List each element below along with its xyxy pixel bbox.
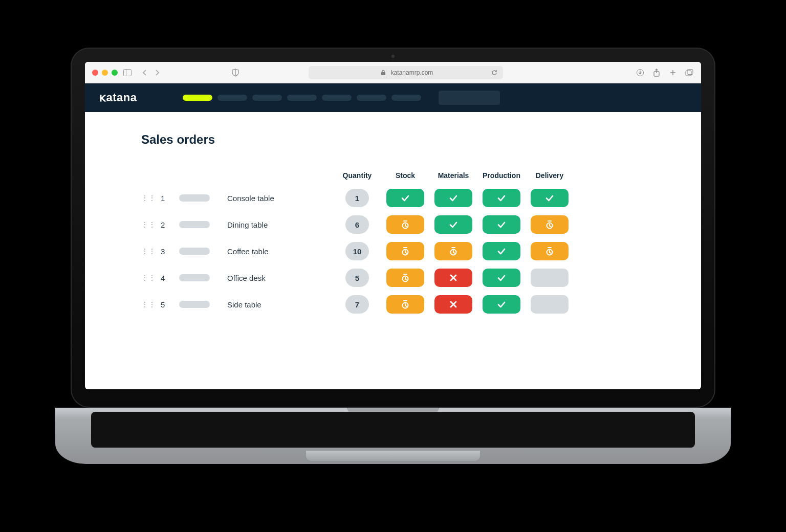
quantity-pill[interactable]: 10: [345, 242, 369, 260]
browser-toolbar: katanamrp.com: [85, 62, 701, 83]
product-name[interactable]: Dining table: [227, 220, 330, 229]
page-content: ➤ Sales orders Quantity Stock Materials …: [85, 112, 701, 389]
row-number: 3: [161, 247, 172, 256]
share-icon[interactable]: [652, 68, 661, 77]
sidebar-toggle-icon[interactable]: [123, 68, 132, 77]
status-orange[interactable]: [386, 215, 424, 234]
product-name[interactable]: Console table: [227, 194, 330, 203]
status-green[interactable]: [483, 242, 520, 260]
drag-handle-icon[interactable]: ⋮⋮: [141, 247, 154, 255]
nav-tab-7[interactable]: [391, 95, 421, 101]
status-empty[interactable]: [531, 269, 569, 287]
status-green[interactable]: [483, 189, 520, 207]
nav-tab-6[interactable]: [357, 95, 386, 101]
window-controls: [92, 70, 118, 76]
row-tag-placeholder: [179, 248, 210, 255]
quantity-pill[interactable]: 7: [345, 295, 369, 314]
status-empty[interactable]: [531, 295, 569, 314]
col-stock: Stock: [385, 171, 426, 189]
status-orange[interactable]: [531, 242, 569, 260]
forward-button[interactable]: [152, 68, 162, 77]
camera: [390, 54, 396, 59]
row-tag-placeholder: [179, 221, 210, 228]
nav-tab-3[interactable]: [252, 95, 282, 101]
svg-rect-6: [687, 69, 693, 74]
screen: katanamrp.com: [85, 62, 701, 389]
quantity-pill[interactable]: 1: [345, 189, 369, 207]
nav-arrows: [140, 68, 162, 77]
row-tag-placeholder: [179, 274, 210, 281]
row-tag-placeholder: [179, 194, 210, 202]
status-green[interactable]: [434, 215, 472, 234]
status-red[interactable]: [434, 269, 472, 287]
maximize-window-button[interactable]: [112, 70, 118, 76]
product-name[interactable]: Side table: [227, 300, 330, 309]
laptop-frame: katanamrp.com: [71, 48, 715, 484]
nav-tab-1[interactable]: [183, 95, 212, 101]
row-number: 4: [161, 274, 172, 282]
svg-rect-0: [124, 69, 132, 76]
col-production: Production: [481, 171, 522, 189]
nav-tab-4[interactable]: [287, 95, 317, 101]
orders-table: Quantity Stock Materials Production Deli…: [141, 171, 645, 322]
new-tab-icon[interactable]: [668, 68, 678, 77]
row-tag-placeholder: [179, 301, 210, 308]
shield-icon[interactable]: [231, 68, 240, 77]
laptop-base: [71, 408, 715, 484]
drag-handle-icon[interactable]: ⋮⋮: [141, 274, 154, 282]
col-quantity: Quantity: [337, 171, 378, 189]
key-area: [91, 412, 695, 448]
tabs-overview-icon[interactable]: [685, 68, 694, 77]
quantity-pill[interactable]: 5: [345, 269, 369, 287]
logo[interactable]: ᴋatana: [99, 91, 137, 104]
drag-handle-icon[interactable]: ⋮⋮: [141, 300, 154, 308]
url-text: katanamrp.com: [391, 69, 433, 76]
nav-action-box[interactable]: [439, 91, 500, 105]
status-orange[interactable]: [386, 269, 424, 287]
page-title: Sales orders: [141, 132, 645, 147]
keyboard: [55, 408, 731, 464]
row-number: 2: [161, 220, 172, 229]
nav-tabs: [183, 95, 421, 101]
status-green[interactable]: [531, 189, 569, 207]
nav-tab-5[interactable]: [322, 95, 352, 101]
trackpad: [306, 451, 480, 461]
status-red[interactable]: [434, 295, 472, 314]
svg-rect-2: [381, 72, 385, 75]
svg-rect-5: [686, 71, 691, 76]
reload-icon[interactable]: [490, 68, 499, 77]
status-orange[interactable]: [386, 295, 424, 314]
status-green[interactable]: [483, 295, 520, 314]
col-materials: Materials: [433, 171, 474, 189]
lock-icon: [379, 68, 388, 77]
browser-right-icons: [636, 68, 694, 77]
status-green[interactable]: [483, 215, 520, 234]
col-delivery: Delivery: [529, 171, 570, 189]
downloads-icon[interactable]: [636, 68, 645, 77]
row-number: 5: [161, 300, 172, 309]
status-green[interactable]: [483, 269, 520, 287]
drag-handle-icon[interactable]: ⋮⋮: [141, 220, 154, 229]
product-name[interactable]: Coffee table: [227, 247, 330, 256]
status-orange[interactable]: [434, 242, 472, 260]
status-green[interactable]: [386, 189, 424, 207]
nav-tab-2[interactable]: [217, 95, 247, 101]
cursor-icon: ➤: [85, 160, 88, 173]
drag-handle-icon[interactable]: ⋮⋮: [141, 194, 154, 202]
status-orange[interactable]: [386, 242, 424, 260]
back-button[interactable]: [140, 68, 149, 77]
laptop-lid: katanamrp.com: [71, 48, 715, 408]
status-orange[interactable]: [531, 215, 569, 234]
row-number: 1: [161, 194, 172, 203]
product-name[interactable]: Office desk: [227, 274, 330, 282]
close-window-button[interactable]: [92, 70, 98, 76]
status-green[interactable]: [434, 189, 472, 207]
quantity-pill[interactable]: 6: [345, 215, 369, 234]
address-bar[interactable]: katanamrp.com: [309, 66, 503, 79]
minimize-window-button[interactable]: [102, 70, 108, 76]
app-navbar: ᴋatana: [85, 83, 701, 112]
